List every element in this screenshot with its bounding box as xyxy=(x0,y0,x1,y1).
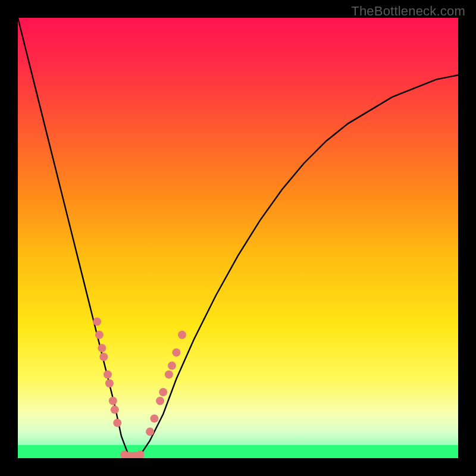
right-branch-dots-dot xyxy=(156,397,164,405)
right-branch-dots-dot xyxy=(165,370,173,378)
right-branch-dots-dot xyxy=(172,348,180,356)
left-branch-dots-dot xyxy=(111,406,119,414)
watermark-text: TheBottleneck.com xyxy=(351,4,465,19)
curve-layer xyxy=(18,18,458,458)
left-branch-dots-dot xyxy=(104,370,112,378)
chart-frame: TheBottleneck.com xyxy=(0,0,476,476)
left-branch-dots-dot xyxy=(95,331,104,339)
right-branch-dots-dot xyxy=(168,362,176,370)
left-branch-dots-dot xyxy=(99,353,108,361)
bottleneck-curve xyxy=(18,18,458,456)
right-branch-dots-dot xyxy=(159,388,167,396)
left-branch-dots-dot xyxy=(105,379,114,387)
right-branch-dots-dot xyxy=(178,331,186,339)
plot-area xyxy=(18,18,458,458)
right-branch-dots-dot xyxy=(150,414,158,422)
left-branch-dots-dot xyxy=(98,344,106,352)
right-branch-dots-dot xyxy=(146,428,154,436)
left-branch-dots-dot xyxy=(109,397,117,405)
left-branch-dots-dot xyxy=(93,318,101,326)
left-branch-dots-dot xyxy=(113,419,121,427)
